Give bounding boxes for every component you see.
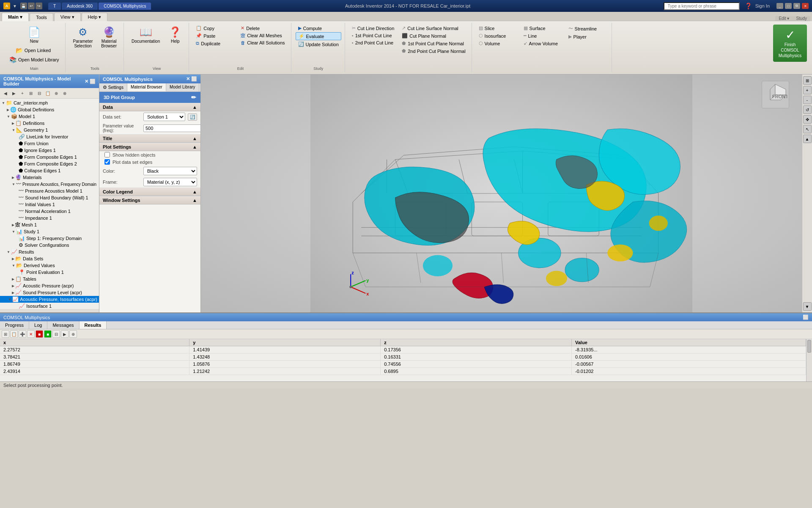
open-linked-button[interactable]: 📂 Open Linked <box>13 46 55 55</box>
tree-item-results[interactable]: ▼ 📈 Results <box>0 248 99 255</box>
rotate-btn[interactable]: ↺ <box>803 105 812 114</box>
copy-button[interactable]: 📋 Copy <box>193 25 236 32</box>
table-row[interactable]: 3.78421 1.43248 0.16331 0.01606 <box>0 353 806 361</box>
player-button[interactable]: ▶ Player <box>566 33 608 40</box>
param-value-input[interactable] <box>143 124 201 132</box>
surface-button[interactable]: ▦ Surface <box>521 25 563 32</box>
arrow-volume-button[interactable]: ➹ Arrow Volume <box>521 40 563 47</box>
maximize-btn[interactable]: □ <box>785 3 792 9</box>
tree-item-pressure-acoustics[interactable]: ▼ 〰 Pressure Acoustics, Frequency Domain <box>0 181 99 188</box>
tree-item-mesh1[interactable]: ▶ 🕸 Mesh 1 <box>0 221 99 228</box>
tree-item-form-union[interactable]: ⬟ Form Union <box>0 140 99 147</box>
show-hidden-checkbox[interactable] <box>104 152 110 157</box>
bottom-toolbar-btn8[interactable]: ▶ <box>61 330 69 338</box>
bottom-expand-icon[interactable]: ⬜ <box>803 315 809 320</box>
plot-settings-section-header[interactable]: Plot Settings ▲ <box>99 143 200 151</box>
tree-item-derived-values[interactable]: ▼ 📂 Derived Values <box>0 262 99 269</box>
ribbon-tab-main[interactable]: Main ▾ <box>2 13 29 21</box>
zoom-fit-btn[interactable]: ⊞ <box>803 76 812 85</box>
new-button[interactable]: 📄 New <box>24 25 44 45</box>
quick-undo-btn[interactable]: ↩ <box>28 3 35 9</box>
finish-comsol-button[interactable]: ✓ Finish COMSOL Multiphysics <box>773 25 807 62</box>
data-section-header[interactable]: Data ▲ <box>99 103 200 111</box>
cut-line-surface-normal-button[interactable]: ↗ Cut Line Surface Normal <box>399 25 468 32</box>
cut-plane-normal-button[interactable]: ⬛ Cut Plane Normal <box>399 32 468 39</box>
mb-close-icon[interactable]: ✕ <box>85 79 88 84</box>
tree-item-acoustic-pressure[interactable]: ▶ 📈 Acoustic Pressure (acpr) <box>0 282 99 289</box>
comsol-tab-settings[interactable]: ⚙ Settings <box>99 83 127 91</box>
tree-item-sound-hard-boundary[interactable]: 〰 Sound Hard Boundary (Wall) 1 <box>0 194 99 201</box>
line-button[interactable]: ━ Line <box>521 32 563 39</box>
paste-button[interactable]: 📌 Paste <box>193 32 236 39</box>
mb-add-btn[interactable]: + <box>19 89 26 97</box>
tree-item-solver-config[interactable]: ⚙ Solver Configurations <box>0 242 99 248</box>
mb-toolbar-btn2[interactable]: ⊟ <box>36 89 43 97</box>
volume-button[interactable]: ⬡ Volume <box>476 40 518 47</box>
tree-item-step1[interactable]: 📊 Step 1: Frequency Domain <box>0 235 99 242</box>
slice-button[interactable]: ▨ Slice <box>476 25 518 32</box>
tree-item-collapse-edges1[interactable]: ⬟ Collapse Edges 1 <box>0 167 99 174</box>
comsol-close-icon[interactable]: ✕ <box>186 76 190 82</box>
tree-item-impedance1[interactable]: 〰 Impedance 1 <box>0 215 99 221</box>
tree-item-model1[interactable]: ▼ 📦 Model 1 <box>0 113 99 120</box>
tree-item-geometry1[interactable]: ▼ 📐 Geometry 1 <box>0 127 99 133</box>
documentation-button[interactable]: 📖 Documentation <box>128 25 163 45</box>
tree-item-form-composite1[interactable]: ⬟ Form Composite Edges 1 <box>0 154 99 160</box>
3d-viewport[interactable]: x y z FRONT <box>201 75 802 312</box>
open-model-library-button[interactable]: 📚 Open Model Library <box>7 55 62 64</box>
tree-item-ignore-edges1[interactable]: ⬟ Ignore Edges 1 <box>0 147 99 154</box>
1st-point-cut-line-button[interactable]: • 1st Point Cut Line <box>349 32 397 39</box>
mb-forward-btn[interactable]: ▶ <box>10 89 18 97</box>
tree-item-study1[interactable]: ▼ 📊 Study 1 <box>0 228 99 235</box>
title-tab-autodesk360[interactable]: Autodesk 360 <box>62 3 98 10</box>
help-icon[interactable]: ❓ <box>745 3 752 9</box>
bottom-tab-results[interactable]: Results <box>80 321 107 329</box>
cut-line-direction-button[interactable]: ✂ Cut Line Direction <box>349 25 397 32</box>
tree-item-data-sets[interactable]: ▶ 📂 Data Sets <box>0 255 99 262</box>
ribbon-tab-tools[interactable]: Tools <box>30 13 53 21</box>
mb-back-btn[interactable]: ◀ <box>2 89 9 97</box>
zoom-out-btn[interactable]: - <box>803 96 812 104</box>
ribbon-tab-help[interactable]: Help ▾ <box>82 13 108 21</box>
tree-item-isosurface1[interactable]: 📈 Isosurface 1 <box>0 303 99 309</box>
tree-item-tables[interactable]: ▶ 📋 Tables <box>0 276 99 282</box>
minimize-btn[interactable]: _ <box>776 3 783 9</box>
mb-expand-icon[interactable]: ⬜ <box>90 79 96 84</box>
bottom-toolbar-btn1[interactable]: ⊞ <box>2 330 9 338</box>
bottom-tab-log[interactable]: Log <box>29 321 47 329</box>
mb-toolbar-btn5[interactable]: ⊗ <box>61 89 69 97</box>
window-settings-section-header[interactable]: Window Settings ▲ <box>99 196 200 204</box>
quick-redo-btn[interactable]: ↪ <box>36 3 42 9</box>
close-btn[interactable]: ✕ <box>802 3 809 9</box>
tree-item-pressure-model1[interactable]: 〰 Pressure Acoustics Model 1 <box>0 188 99 194</box>
isosurface-button[interactable]: ⬡ Isosurface <box>476 32 518 39</box>
update-solution-button[interactable]: 🔄 Update Solution <box>296 41 341 48</box>
tree-item-sound-pressure-level[interactable]: ▶ 📈 Sound Pressure Level (acpr) <box>0 289 99 296</box>
zoom-in-btn[interactable]: + <box>803 86 812 94</box>
table-row[interactable]: 1.86749 1.05876 0.74556 -0.00567 <box>0 361 806 368</box>
mb-toolbar-btn1[interactable]: ⊞ <box>27 89 35 97</box>
bottom-toolbar-btn7[interactable]: ⊟ <box>52 330 60 338</box>
2nd-point-cut-line-button[interactable]: • 2nd Point Cut Line <box>349 39 397 46</box>
bottom-toolbar-btn5[interactable]: ■ <box>36 330 43 338</box>
material-browser-button[interactable]: 🔮 MaterialBrowser <box>98 25 120 50</box>
table-row[interactable]: 2.43914 1.21242 0.6895 -0.01202 <box>0 368 806 375</box>
ribbon-tab-view[interactable]: View ▾ <box>54 13 81 21</box>
restore-btn[interactable]: ⧉ <box>793 3 800 9</box>
pan-btn[interactable]: ✥ <box>803 115 812 124</box>
scroll-down-btn[interactable]: ▼ <box>803 302 812 311</box>
help-button[interactable]: ❓ Help <box>165 25 185 45</box>
color-select[interactable]: Black <box>143 167 197 175</box>
bottom-toolbar-btn6[interactable]: ■ <box>44 330 52 338</box>
scroll-up-btn[interactable]: ▲ <box>803 135 812 143</box>
2nd-point-cut-plane-normal-button[interactable]: ⬟ 2nd Point Cut Plane Normal <box>399 47 468 55</box>
mb-toolbar-btn4[interactable]: ⊕ <box>52 89 60 97</box>
results-table-scroll[interactable]: x y z Value 2.27572 1.41439 0.17356 -8.3… <box>0 339 812 381</box>
tree-item-form-composite2[interactable]: ⬟ Form Composite Edges 2 <box>0 160 99 167</box>
comsol-tab-material-browser[interactable]: Material Browser <box>127 83 166 91</box>
bottom-toolbar-btn4[interactable]: ✕ <box>27 330 35 338</box>
tree-item-definitions[interactable]: ▶ 📋 Definitions <box>0 120 99 127</box>
tree-item-materials[interactable]: ▶ 🔮 Materials <box>0 174 99 181</box>
tree-item-initial-values1[interactable]: 〰 Initial Values 1 <box>0 201 99 208</box>
tree-item-point-eval1[interactable]: 📍 Point Evaluation 1 <box>0 269 99 276</box>
